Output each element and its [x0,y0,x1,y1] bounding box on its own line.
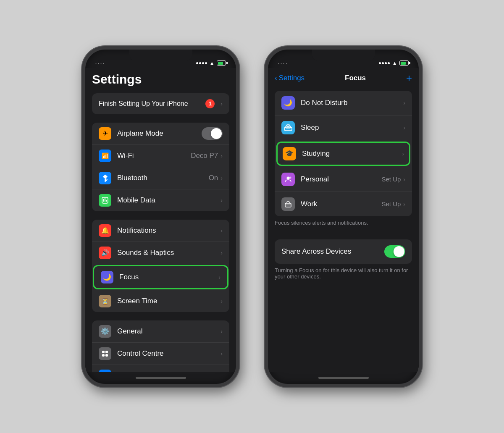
battery-icon [399,60,409,66]
iphone-right: ···· ▲ ‹ Settings Focus + [265,46,422,387]
setup-banner-right: 1 › [205,99,223,108]
control-centre-label: Control Centre [117,349,220,358]
volume-down-button[interactable] [82,129,83,144]
chevron-icon: › [403,176,405,183]
add-focus-button[interactable]: + [406,72,412,84]
home-indicator[interactable] [85,372,236,384]
focus-row[interactable]: 🌙 Focus › [94,266,227,288]
focus-page-title: Focus [345,74,366,82]
volume-down-button[interactable] [265,129,265,144]
focus-highlight-border: 🌙 Focus › [93,265,228,289]
control-centre-icon [99,347,111,360]
studying-label: Studying [302,150,402,158]
bluetooth-label: Bluetooth [117,174,209,182]
wifi-icon: ▲ [209,60,215,66]
personal-row[interactable]: Personal Set Up › [275,167,412,192]
iphone-left: ···· ▲ Settings Finish Setting Up Your i… [82,46,239,387]
studying-highlight-border: 🎓 Studying › [276,142,410,166]
svg-rect-7 [105,354,108,357]
chevron-icon: › [220,175,223,181]
home-indicator[interactable] [268,372,419,384]
screentime-icon: ⏳ [99,295,111,307]
volume-up-button[interactable] [265,108,265,123]
general-label: General [117,327,220,336]
chevron-icon: › [220,227,223,234]
work-label: Work [301,200,381,208]
svg-rect-1 [103,199,104,202]
share-group: Share Across Devices [275,239,412,264]
wifi-value: Deco P7 [191,152,218,160]
bluetooth-value: On [209,174,218,182]
do-not-disturb-row[interactable]: 🌙 Do Not Disturb › [275,91,412,115]
status-icons: ▲ [379,60,409,66]
sounds-label: Sounds & Haptics [117,249,220,257]
control-centre-row[interactable]: Control Centre › [92,343,229,365]
sounds-row[interactable]: 🔊 Sounds & Haptics › [92,242,229,264]
volume-up-button[interactable] [82,108,83,123]
personal-value: Set Up [381,176,401,183]
notifications-icon: 🔔 [99,224,111,237]
screentime-row[interactable]: ⏳ Screen Time › [92,290,229,312]
bluetooth-row[interactable]: Bluetooth On › [92,167,229,189]
work-value: Set Up [381,200,401,207]
setup-banner[interactable]: Finish Setting Up Your iPhone 1 › [92,93,229,114]
focus-hint: Focus silences alerts and notifications. [268,216,419,233]
notifications-row[interactable]: 🔔 Notifications › [92,220,229,242]
display-brightness-row[interactable]: AA Display & Brightness › [92,365,229,372]
back-label: Settings [279,74,304,82]
personal-label: Personal [301,175,381,184]
work-row[interactable]: Work Set Up › [275,192,412,216]
airplane-mode-label: Airplane Mode [117,129,202,138]
chevron-icon: › [220,152,223,159]
mobile-data-row[interactable]: Mobile Data › [92,189,229,211]
screentime-label: Screen Time [117,297,220,305]
sleep-icon [281,121,295,134]
focus-items-group: 🌙 Do Not Disturb › Sleep › [275,91,412,216]
wifi-row[interactable]: 📶 Wi-Fi Deco P7 › [92,145,229,167]
focus-nav: ‹ Settings Focus + [268,68,419,87]
signal-icon [196,62,207,64]
silent-switch [265,96,265,108]
svg-rect-2 [105,198,105,202]
page-title: Settings [85,68,236,93]
notifications-label: Notifications [117,226,220,235]
focus-label: Focus [119,273,218,281]
airplane-mode-icon: ✈ [99,127,111,140]
home-bar [318,377,369,379]
sleep-label: Sleep [301,123,403,132]
back-button[interactable]: ‹ Settings [275,74,304,82]
connectivity-group: ✈ Airplane Mode 📶 Wi-Fi Deco P7 › [92,123,229,211]
sleep-row[interactable]: Sleep › [275,115,412,140]
airplane-mode-toggle[interactable] [202,127,223,140]
chevron-icon: › [403,124,405,131]
work-icon [281,197,295,211]
svg-point-16 [289,176,291,178]
airplane-mode-row[interactable]: ✈ Airplane Mode [92,123,229,145]
notifications-group: 🔔 Notifications › 🔊 Sounds & Haptics › 🌙 [92,220,229,312]
studying-icon: 🎓 [283,147,296,160]
power-button[interactable] [239,117,239,142]
do-not-disturb-label: Do Not Disturb [301,99,403,107]
studying-row[interactable]: 🎓 Studying › [278,143,409,165]
share-label: Share Across Devices [281,247,384,256]
time-display: ···· [278,61,288,66]
share-row[interactable]: Share Across Devices [275,239,412,264]
chevron-icon: › [220,328,223,335]
share-toggle[interactable] [384,245,405,258]
back-chevron-icon: ‹ [275,74,277,82]
chevron-icon: › [220,197,223,204]
battery-icon [217,60,226,66]
general-row[interactable]: ⚙️ General › [92,320,229,343]
settings-screen: Settings Finish Setting Up Your iPhone 1… [85,68,236,372]
setup-badge: 1 [205,99,215,108]
chevron-icon: › [220,249,223,256]
general-icon: ⚙️ [99,325,111,338]
notch [129,50,192,61]
power-button[interactable] [421,117,422,142]
mobile-data-icon [99,194,111,207]
general-group: ⚙️ General › Control Centre [92,320,229,372]
status-icons: ▲ [196,60,226,66]
chevron-icon: › [403,201,405,207]
svg-rect-6 [102,354,105,357]
setup-banner-text: Finish Setting Up Your iPhone [99,100,188,108]
